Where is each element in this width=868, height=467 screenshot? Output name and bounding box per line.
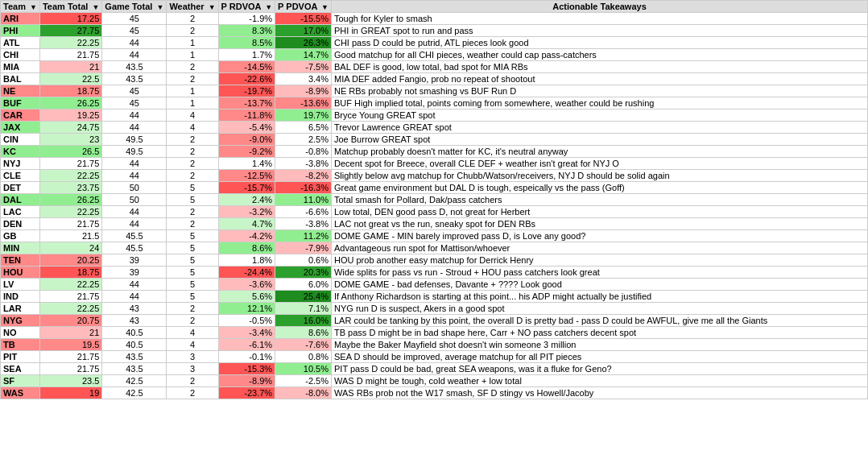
team-total: 24.75 (39, 122, 101, 134)
p-pdvoa: 6.5% (275, 122, 332, 134)
team-name: GB (1, 230, 40, 242)
game-total: 45.5 (102, 230, 167, 242)
sort-team-icon[interactable]: ▼ (30, 3, 37, 11)
team-name: BUF (1, 97, 40, 110)
p-pdvoa: 0.6% (275, 254, 332, 267)
team-name: SF (1, 375, 40, 387)
header-team-total-label: Team Total (43, 2, 88, 11)
team-total: 23.75 (39, 182, 101, 194)
team-name: PIT (1, 351, 40, 363)
p-rdvoa: 8.5% (218, 37, 275, 49)
table-row: CHI 21.75 44 1 1.7% 14.7% Good matchup f… (1, 49, 868, 61)
sort-prdvoa-icon[interactable]: ▼ (265, 3, 272, 11)
p-rdvoa: 12.1% (218, 303, 275, 315)
team-name: NE (1, 85, 40, 97)
takeaway: Advantageous run spot for Mattison/whoev… (331, 242, 867, 254)
team-total: 23 (39, 134, 101, 146)
takeaway: BAL DEF is good, low total, bad spot for… (331, 61, 867, 73)
p-rdvoa: -0.1% (218, 351, 275, 363)
sort-ppdvoa-icon[interactable]: ▼ (321, 3, 329, 11)
table-row: NYG 20.75 43 2 -0.5% 16.0% LAR could be … (1, 315, 868, 327)
p-rdvoa: -9.0% (218, 134, 275, 146)
takeaway: DOME GAME - bad defenses, Davante + ????… (331, 279, 867, 291)
team-name: IND (1, 291, 40, 303)
p-rdvoa: -24.4% (218, 267, 275, 279)
team-total: 19.5 (39, 339, 101, 351)
team-name: CLE (1, 170, 40, 182)
p-rdvoa: -3.2% (218, 206, 275, 218)
p-rdvoa: -4.2% (218, 230, 275, 242)
team-total: 23.5 (39, 375, 101, 387)
header-weather[interactable]: Weather ▼ (167, 1, 218, 13)
takeaway: MIA DEF added Fangio, prob no repeat of … (331, 73, 867, 85)
sort-weather-icon[interactable]: ▼ (209, 3, 216, 11)
weather: 5 (167, 291, 218, 303)
weather: 2 (167, 158, 218, 170)
table-row: IND 21.75 44 5 5.6% 25.4% If Anthony Ric… (1, 291, 868, 303)
game-total: 44 (102, 110, 167, 122)
sort-team-total-icon[interactable]: ▼ (92, 3, 99, 11)
game-total: 43 (102, 315, 167, 327)
table-row: ARI 17.25 45 2 -1.9% -15.5% Tough for Ky… (1, 13, 868, 25)
table-row: LV 22.25 44 5 -3.6% 6.0% DOME GAME - bad… (1, 279, 868, 291)
header-team[interactable]: Team ▼ (1, 1, 40, 13)
header-prdvoa[interactable]: P RDVOA ▼ (218, 1, 275, 13)
table-row: TEN 20.25 39 5 1.8% 0.6% HOU prob anothe… (1, 254, 868, 267)
game-total: 50 (102, 182, 167, 194)
team-name: MIN (1, 242, 40, 254)
game-total: 45 (102, 13, 167, 25)
table-row: LAC 22.25 44 2 -3.2% -6.6% Low total, DE… (1, 206, 868, 218)
team-name: LV (1, 279, 40, 291)
p-pdvoa: 0.8% (275, 351, 332, 363)
game-total: 49.5 (102, 146, 167, 158)
header-team-total[interactable]: Team Total ▼ (39, 1, 101, 13)
weather: 5 (167, 254, 218, 267)
p-pdvoa: 16.0% (275, 315, 332, 327)
game-total: 44 (102, 218, 167, 230)
p-rdvoa: 1.4% (218, 158, 275, 170)
team-name: MIA (1, 61, 40, 73)
weather: 2 (167, 387, 218, 399)
game-total: 45 (102, 97, 167, 110)
takeaway: Joe Burrow GREAT spot (331, 134, 867, 146)
p-pdvoa: -8.9% (275, 85, 332, 97)
game-total: 44 (102, 206, 167, 218)
p-pdvoa: 11.0% (275, 194, 332, 206)
p-pdvoa: -3.8% (275, 218, 332, 230)
team-name: DAL (1, 194, 40, 206)
game-total: 39 (102, 267, 167, 279)
p-pdvoa: 25.4% (275, 291, 332, 303)
header-game-total[interactable]: Game Total ▼ (102, 1, 167, 13)
p-rdvoa: -13.7% (218, 97, 275, 110)
team-name: NYG (1, 315, 40, 327)
table-row: HOU 18.75 39 5 -24.4% 20.3% Wide splits … (1, 267, 868, 279)
team-name: ATL (1, 37, 40, 49)
table-row: MIN 24 45.5 5 8.6% -7.9% Advantageous ru… (1, 242, 868, 254)
table-row: DEN 21.75 44 2 4.7% -3.8% LAC not great … (1, 218, 868, 230)
game-total: 43.5 (102, 61, 167, 73)
sort-game-total-icon[interactable]: ▼ (156, 3, 163, 11)
game-total: 44 (102, 49, 167, 61)
p-pdvoa: -7.9% (275, 242, 332, 254)
takeaway: Decent spot for Breece, overall CLE DEF … (331, 158, 867, 170)
p-rdvoa: -0.5% (218, 315, 275, 327)
team-name: NYJ (1, 158, 40, 170)
p-pdvoa: 7.1% (275, 303, 332, 315)
team-total: 19 (39, 387, 101, 399)
team-total: 20.75 (39, 315, 101, 327)
header-ppdvoa[interactable]: P PDVOA ▼ (275, 1, 332, 13)
table-row: BUF 26.25 45 1 -13.7% -13.6% BUF High im… (1, 97, 868, 110)
table-row: DET 23.75 50 5 -15.7% -16.3% Great game … (1, 182, 868, 194)
weather: 3 (167, 351, 218, 363)
weather: 2 (167, 315, 218, 327)
p-pdvoa: 14.7% (275, 49, 332, 61)
p-pdvoa: 2.5% (275, 134, 332, 146)
p-rdvoa: -15.3% (218, 363, 275, 375)
team-name: LAC (1, 206, 40, 218)
game-total: 45 (102, 85, 167, 97)
team-name: DET (1, 182, 40, 194)
header-weather-label: Weather (169, 2, 204, 11)
team-total: 18.75 (39, 267, 101, 279)
game-total: 50 (102, 194, 167, 206)
table-row: SEA 21.75 43.5 3 -15.3% 10.5% PIT pass D… (1, 363, 868, 375)
